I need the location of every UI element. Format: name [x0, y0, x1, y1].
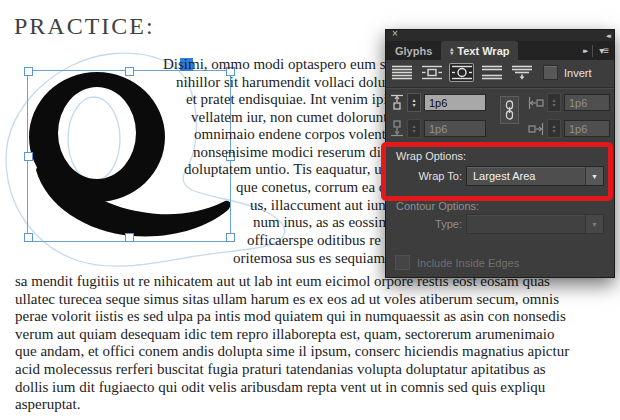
wrapped-text-line: omnimaio endene corpos volent u	[194, 126, 397, 143]
wrap-to-label: Wrap To:	[394, 170, 462, 182]
contour-type-value	[467, 215, 585, 233]
right-offset-group: ▴▾ 1p6	[528, 119, 610, 138]
include-inside-edges-label: Include Inside Edges	[417, 257, 519, 269]
divider	[386, 87, 614, 89]
include-inside-edges-checkbox	[395, 255, 410, 270]
bottom-offset-field: 1p6	[424, 120, 486, 137]
jump-object-button[interactable]	[479, 63, 504, 82]
invert-label: Invert	[564, 67, 592, 79]
handle-bottom-right[interactable]	[226, 233, 235, 242]
close-icon[interactable]: ×	[392, 28, 398, 40]
include-inside-edges-option: Include Inside Edges	[395, 255, 519, 270]
top-offset-group: ▴▾ 1p6	[390, 93, 486, 112]
dropdown-arrow-icon[interactable]: ▼	[585, 167, 603, 185]
wrapped-text-line: doluptatem untio. Tis eaquatur, ut	[184, 161, 386, 178]
stepper-down-icon: ▾	[552, 103, 555, 108]
stepper-down-icon: ▾	[552, 129, 555, 134]
wrapped-text-line: et pratet endisquiae. Int venim ipic	[186, 91, 394, 108]
paragraph-line: verum aut quiam desequam idic tem repro …	[15, 326, 619, 344]
handle-bottom-left[interactable]	[24, 233, 33, 242]
separator	[592, 45, 593, 57]
paragraph-line: asperuptat.	[15, 396, 619, 414]
text-wrap-panel: × ◂◂ Glyphs ▴▾ Text Wrap ▸▸ ▾≡	[385, 29, 615, 278]
bottom-offset-icon	[390, 120, 404, 137]
wrapped-text-line: nihillor sit harumendit vollaci dolup	[176, 74, 393, 91]
invert-checkbox[interactable]	[543, 65, 558, 80]
paragraph-line: ullatec turecea seque simus sitas ullam …	[15, 291, 619, 309]
wrapped-text-line: oritemosa sus es sequiam c	[233, 250, 395, 267]
paragraph-line: dollis ium dit fugiaecto qui odit velis …	[15, 379, 619, 397]
tab-glyphs-label: Glyphs	[395, 45, 432, 57]
top-offset-icon	[390, 94, 404, 111]
tab-text-wrap[interactable]: ▴▾ Text Wrap	[441, 41, 518, 60]
invert-option: Invert	[543, 65, 592, 80]
wrap-object-shape-button[interactable]	[449, 63, 474, 82]
left-offset-field: 1p6	[564, 94, 610, 111]
left-offset-group: ▴▾ 1p6	[528, 93, 610, 112]
dropdown-arrow-icon: ▼	[585, 215, 603, 233]
jump-to-next-column-button[interactable]	[509, 63, 534, 82]
no-text-wrap-button[interactable]	[389, 63, 414, 82]
panel-tab-bar: Glyphs ▴▾ Text Wrap ▸▸ ▾≡	[386, 41, 614, 60]
handle-bottom-center[interactable]	[125, 233, 134, 242]
stepper-down-icon: ▾	[412, 129, 415, 134]
link-offsets-button[interactable]	[500, 96, 519, 124]
body-paragraph[interactable]: sa mendit fugitiis ut re nihicatem aut u…	[15, 273, 619, 414]
bottom-offset-stepper: ▴▾	[407, 119, 421, 138]
collapse-panel-icon[interactable]: ◂◂	[606, 31, 609, 40]
paragraph-line: que andam, et offici conem andis dolupta…	[15, 343, 619, 361]
wrap-to-value: Largest Area	[467, 167, 585, 185]
left-offset-icon	[528, 96, 544, 110]
indesign-workspace: PRACTICE: Disimi, ommo modi optaspero eu…	[0, 0, 620, 420]
right-offset-field: 1p6	[564, 120, 610, 137]
panel-menu-icon[interactable]: ▾≡	[599, 45, 608, 56]
tab-glyphs[interactable]: Glyphs	[386, 41, 441, 60]
wrapped-text-line: vellatem iur, non cumet dolorunte	[191, 109, 394, 126]
contour-options-label: Contour Options:	[396, 200, 479, 212]
wrapped-text-line: Disimi, ommo modi optaspero eum s	[163, 56, 386, 73]
contour-type-dropdown: ▼	[466, 214, 604, 234]
wrapped-text-line: que conetus, corrum ea d	[236, 179, 386, 196]
handle-top-center[interactable]	[125, 67, 134, 76]
wrap-options-label: Wrap Options:	[396, 150, 466, 162]
tab-bar-controls: ▸▸ ▾≡	[583, 41, 614, 60]
stepper-down-icon[interactable]: ▾	[412, 103, 415, 108]
top-offset-field[interactable]: 1p6	[424, 94, 486, 111]
paragraph-line: perae volorit iistis es sed ulpa pa inti…	[15, 308, 619, 326]
wrap-mode-buttons	[389, 63, 534, 82]
contour-type-label: Type:	[394, 218, 462, 230]
paragraph-line: acid molecessus rerferi buscitat fugia p…	[15, 361, 619, 379]
wrapped-text-line: nonsenisime modici reserum dit e	[193, 144, 395, 161]
top-offset-stepper[interactable]: ▴▾	[407, 93, 421, 112]
tab-cycle-icon: ▴▾	[450, 47, 453, 55]
chain-link-icon	[504, 100, 515, 120]
expand-tabs-icon[interactable]: ▸▸	[583, 47, 586, 55]
wrap-to-dropdown[interactable]: Largest Area ▼	[466, 166, 604, 186]
wrapped-text-line: us, illaccument aut iun	[250, 197, 386, 214]
left-offset-stepper: ▴▾	[547, 93, 561, 112]
bottom-offset-group: ▴▾ 1p6	[390, 119, 486, 138]
handle-top-left[interactable]	[24, 67, 33, 76]
wrap-bounding-box-button[interactable]	[419, 63, 444, 82]
right-offset-icon	[528, 122, 544, 136]
right-offset-stepper: ▴▾	[547, 119, 561, 138]
wrapped-text-line: officaerspe oditibus re r	[247, 232, 390, 249]
tab-text-wrap-label: Text Wrap	[457, 45, 509, 57]
handle-mid-left[interactable]	[24, 152, 33, 161]
wrapped-text-line: num inus, as as eossim	[253, 214, 390, 231]
